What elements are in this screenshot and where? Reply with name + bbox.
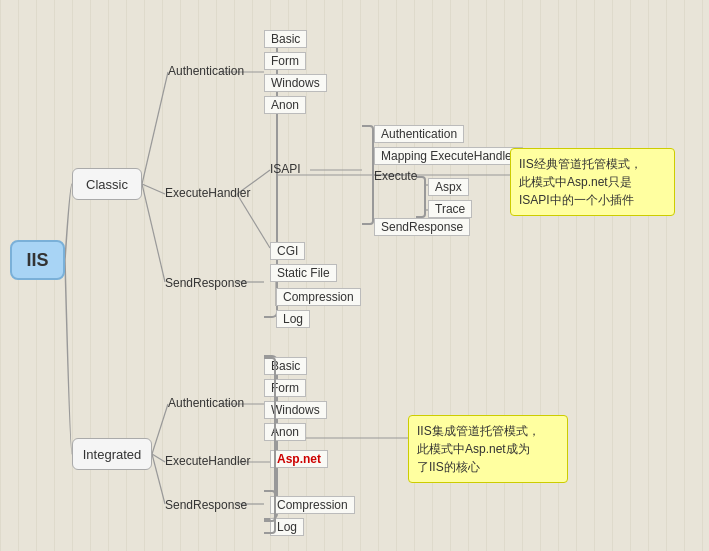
classic-compression: Compression — [276, 288, 361, 306]
integrated-sendresponse-label: SendResponse — [165, 498, 247, 512]
execute-label: Execute — [374, 169, 417, 183]
classic-cgi: CGI — [270, 242, 305, 260]
classic-sendresponse-label: SendResponse — [165, 276, 247, 290]
classic-executehandler-label: ExecuteHandler — [165, 186, 250, 200]
classic-auth-anon: Anon — [264, 96, 306, 114]
classic-staticfile: Static File — [270, 264, 337, 282]
classic-auth-label: Authentication — [168, 64, 244, 78]
aspnet-item: Asp.net — [270, 450, 328, 468]
classic-node: Classic — [72, 168, 142, 200]
isapi-label: ISAPI — [270, 162, 301, 176]
classic-note: IIS经典管道托管模式，此模式中Asp.net只是ISAPI中的一个小插件 — [510, 148, 675, 216]
classic-auth-form: Form — [264, 52, 306, 70]
execute-aspx: Aspx — [428, 178, 469, 196]
svg-line-1 — [142, 184, 165, 194]
iis-label: IIS — [26, 250, 48, 271]
bracket-execute — [416, 176, 426, 218]
iis-node: IIS — [10, 240, 65, 280]
svg-line-19 — [152, 454, 165, 504]
svg-line-2 — [142, 184, 165, 282]
integrated-node: Integrated — [72, 438, 152, 470]
integrated-note-text: IIS集成管道托管模式，此模式中Asp.net成为了IIS的核心 — [417, 424, 540, 474]
isapi-sendresponse: SendResponse — [374, 218, 470, 236]
svg-line-18 — [152, 454, 165, 462]
integrated-executehandler-label: ExecuteHandler — [165, 454, 250, 468]
execute-trace: Trace — [428, 200, 472, 218]
integrated-note: IIS集成管道托管模式，此模式中Asp.net成为了IIS的核心 — [408, 415, 568, 483]
classic-log: Log — [276, 310, 310, 328]
classic-note-text: IIS经典管道托管模式，此模式中Asp.net只是ISAPI中的一个小插件 — [519, 157, 642, 207]
integrated-auth-label: Authentication — [168, 396, 244, 410]
isapi-auth: Authentication — [374, 125, 464, 143]
bracket-integrated-sendresponse — [264, 490, 276, 534]
classic-auth-windows: Windows — [264, 74, 327, 92]
svg-line-0 — [142, 72, 168, 184]
classic-auth-basic: Basic — [264, 30, 307, 48]
integrated-label: Integrated — [83, 447, 142, 462]
bracket-isapi — [362, 125, 374, 225]
isapi-mapping: Mapping ExecuteHandler — [374, 147, 523, 165]
int-compression: Compression — [270, 496, 355, 514]
classic-label: Classic — [86, 177, 128, 192]
svg-line-17 — [152, 404, 168, 454]
